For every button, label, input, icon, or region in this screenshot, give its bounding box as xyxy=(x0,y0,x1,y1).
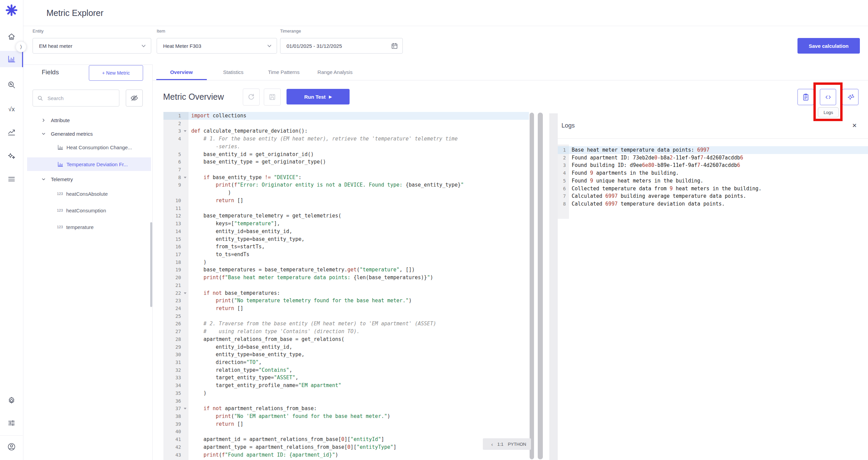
nav-divider xyxy=(0,435,23,436)
panel-splitter[interactable] xyxy=(549,113,558,460)
logs-toggle-button[interactable] xyxy=(820,89,836,105)
code-line-row[interactable]: 3def calculate_temperature_deviation(): xyxy=(163,127,529,135)
code-line-row[interactable]: 18 ) xyxy=(163,258,529,266)
log-line-row[interactable]: 4Found 9 apartments in the building. xyxy=(558,169,868,177)
code-line-row[interactable]: 32 relation_type="Contains", xyxy=(163,366,529,374)
code-line-row[interactable]: 13 keys=["temperature"], xyxy=(163,220,529,228)
nav-item-square-root[interactable]: √x xyxy=(3,101,20,117)
code-line-row[interactable]: -series. xyxy=(163,143,529,151)
nav-item-sliders[interactable] xyxy=(3,415,20,431)
refresh-button[interactable] xyxy=(243,89,260,106)
code-line-row[interactable]: 11 xyxy=(163,205,529,212)
code-line-row[interactable]: 19 base_temperatures = base_temperature_… xyxy=(163,266,529,274)
code-line-row[interactable]: 15 entity_type=base_entity_type, xyxy=(163,235,529,243)
copy-script-button[interactable] xyxy=(797,89,814,105)
code-line-row[interactable]: 8 if base_entity_type != "DEVICE": xyxy=(163,174,529,181)
code-line-row[interactable]: 28 apartment_relations_from_base = get_r… xyxy=(163,336,529,343)
code-line-row[interactable]: 2 xyxy=(163,120,529,128)
code-line-row[interactable]: 31 direction="TO", xyxy=(163,359,529,366)
code-line-row[interactable]: 24 return [] xyxy=(163,305,529,312)
log-line-row[interactable]: 6Collected temperature data from 9 heat … xyxy=(558,185,868,193)
chevron-left-icon[interactable]: ‹ xyxy=(491,441,493,447)
code-line-row[interactable]: 37 if not apartment_relations_from_base: xyxy=(163,405,529,413)
log-line-row[interactable]: 2Found apartment ID: 73eb2de0-b8a2-11ef-… xyxy=(558,154,868,162)
nav-item-trend-line[interactable] xyxy=(3,124,20,140)
code-line-row[interactable]: 43 print(f"Found apartment ID: {apartmen… xyxy=(163,451,529,459)
code-line-row[interactable]: 14 entity_id=base_entity_id, xyxy=(163,228,529,235)
code-line-row[interactable]: 16 from_ts=startTs, xyxy=(163,243,529,251)
save-calculation-button[interactable]: Save calculation xyxy=(797,38,860,54)
clipboard-icon xyxy=(802,93,810,101)
code-line-row[interactable]: 26 # 2. Traverse from the base entity (E… xyxy=(163,320,529,328)
code-line-row[interactable]: 30 entity_type=base_entity_type, xyxy=(163,351,529,359)
log-line-row[interactable]: 7Calculated 6997 building average temper… xyxy=(558,192,868,200)
code-editor[interactable]: 1import collections23def calculate_tempe… xyxy=(163,112,529,460)
code-line-row[interactable]: 38 print("No 'EM apartment' found for th… xyxy=(163,413,529,420)
tree-item-label: heatConsumption xyxy=(66,208,106,213)
code-line-row[interactable]: 5 base_entity_id = get_originator_id() xyxy=(163,151,529,158)
close-icon[interactable]: ✕ xyxy=(849,121,860,130)
code-line-row[interactable]: 20 print(f"Base heat meter temperature d… xyxy=(163,274,529,282)
log-line-row[interactable]: 5Found 9 unique heat meters in the build… xyxy=(558,177,868,185)
code-line-row[interactable]: 42 apartment_type = apartment_relations_… xyxy=(163,443,529,451)
code-line-row[interactable]: ) xyxy=(163,189,529,197)
code-line-row[interactable]: 12 base_temperature_telemetry = get_tele… xyxy=(163,212,529,220)
tree-item-heatconsabsolute[interactable]: 123heatConsAbsolute xyxy=(23,187,152,200)
nav-item-menu[interactable] xyxy=(3,171,20,187)
tab-range-analysis[interactable]: Range Analysis xyxy=(317,64,352,80)
save-draft-button[interactable] xyxy=(264,89,281,106)
tab-statistics[interactable]: Statistics xyxy=(223,64,243,80)
code-line-row[interactable]: 40 xyxy=(163,428,529,436)
code-line-row[interactable]: 9 print(f"Error: Originator entity is no… xyxy=(163,181,529,189)
code-line-row[interactable]: 6 base_entity_type = get_originator_type… xyxy=(163,158,529,166)
code-line-row[interactable]: 23 print("No temperature telemetry found… xyxy=(163,297,529,305)
tree-item-temperature[interactable]: 123temperature xyxy=(23,220,152,234)
code-line-row[interactable]: 25 xyxy=(163,312,529,320)
tree-item-label: Attribute xyxy=(51,117,70,123)
log-line-row[interactable]: 3Found building ID: d9ee6e80-b89e-11ef-9… xyxy=(558,161,868,169)
code-line-row[interactable]: 21 xyxy=(163,282,529,289)
tab-overview[interactable]: Overview xyxy=(170,64,193,80)
log-line-row[interactable]: 8Calculated 6997 temperature deviation d… xyxy=(558,200,868,208)
run-test-button[interactable]: Run Test ▶ xyxy=(287,89,350,104)
nav-item-search-pulse[interactable] xyxy=(3,77,20,93)
tree-item-heat-consumption-change[interactable]: Heat Consumption Change... xyxy=(23,140,152,154)
editor-scrollbar[interactable] xyxy=(530,113,534,459)
fields-tree: AttributeGenerated metricsHeat Consumpti… xyxy=(23,0,152,460)
tree-item-heatconsumption[interactable]: 123heatConsumption xyxy=(23,204,152,217)
item-select[interactable]: Heat Meter F303 xyxy=(157,38,277,54)
calendar-icon[interactable] xyxy=(391,42,398,50)
logs-tooltip: Logs xyxy=(818,107,839,117)
sidebar-expand-button[interactable]: 〉 xyxy=(16,41,26,52)
pane-scrollbar[interactable] xyxy=(538,113,543,459)
code-line-row[interactable]: 4 # 1. For the base entity (EM heat mete… xyxy=(163,135,529,143)
timerange-input[interactable]: 01/01/2025 - 31/12/2025 xyxy=(280,38,403,54)
code-line-row[interactable]: 22 if not base_temperatures: xyxy=(163,289,529,297)
play-icon: ▶ xyxy=(329,95,332,99)
code-line-row[interactable]: 10 return [] xyxy=(163,197,529,205)
tree-group-generated-metrics[interactable]: Generated metrics xyxy=(23,127,152,140)
nav-item-gear[interactable] xyxy=(3,392,20,409)
code-line-row[interactable]: 27 # using relation type 'Contains' (dir… xyxy=(163,328,529,336)
code-line-row[interactable]: 29 entity_id=base_entity_id, xyxy=(163,343,529,351)
code-line-row[interactable]: 33 target_entity_type="ASSET", xyxy=(163,374,529,382)
fields-scrollbar[interactable] xyxy=(150,222,152,307)
nav-item-sparkles[interactable] xyxy=(3,148,20,164)
code-line-row[interactable]: 36 xyxy=(163,397,529,405)
code-line-row[interactable]: 7 xyxy=(163,166,529,174)
tree-item-temperature-deviation-fr[interactable]: Temperature Deviation Fr... xyxy=(23,157,152,171)
tree-group-attribute[interactable]: Attribute xyxy=(23,113,152,127)
mini-bar-chart-icon xyxy=(58,162,63,167)
code-line-row[interactable]: 39 return [] xyxy=(163,420,529,428)
tree-group-telemetry[interactable]: Telemetry xyxy=(23,172,152,186)
tab-time-patterns[interactable]: Time Patterns xyxy=(268,64,300,80)
code-line-row[interactable]: 1import collections xyxy=(163,112,529,120)
code-line-row[interactable]: 17 to_ts=endTs xyxy=(163,251,529,258)
log-line-row[interactable]: 1Base heat meter temperature data points… xyxy=(558,146,868,154)
code-line-row[interactable]: 34 target_entity_profile_name="EM apartm… xyxy=(163,382,529,389)
code-line-row[interactable]: 41 apartment_id = apartment_relations_fr… xyxy=(163,436,529,443)
ai-assist-button[interactable] xyxy=(842,89,859,105)
nav-item-user[interactable] xyxy=(3,439,20,455)
code-line-row[interactable]: 35 ) xyxy=(163,389,529,397)
nav-item-bar-chart[interactable] xyxy=(3,51,20,67)
